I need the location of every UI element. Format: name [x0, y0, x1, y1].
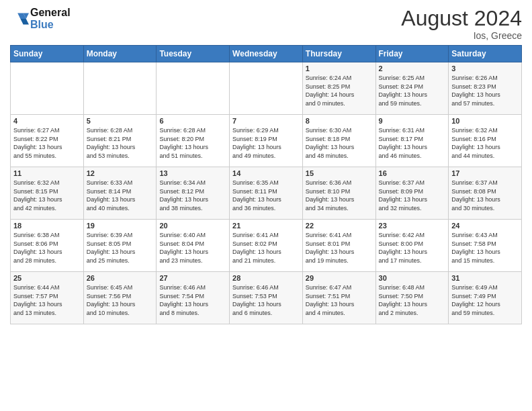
day-number: 5	[87, 117, 154, 125]
logo: General Blue	[10, 7, 71, 30]
day-of-week-header: Tuesday	[157, 46, 230, 62]
day-number: 15	[306, 169, 373, 177]
day-info: Sunrise: 6:29 AM Sunset: 8:19 PM Dayligh…	[232, 126, 300, 160]
day-info: Sunrise: 6:37 AM Sunset: 8:09 PM Dayligh…	[379, 179, 446, 212]
title-block: August 2024 Ios, Greece	[401, 7, 522, 41]
calendar-cell: 21Sunrise: 6:41 AM Sunset: 8:02 PM Dayli…	[230, 220, 303, 272]
calendar-cell: 24Sunrise: 6:43 AM Sunset: 7:58 PM Dayli…	[449, 220, 522, 272]
day-info: Sunrise: 6:38 AM Sunset: 8:06 PM Dayligh…	[13, 231, 81, 265]
calendar-table: SundayMondayTuesdayWednesdayThursdayFrid…	[10, 45, 522, 324]
calendar-cell: 6Sunrise: 6:28 AM Sunset: 8:20 PM Daylig…	[157, 115, 230, 167]
day-number: 8	[306, 117, 373, 125]
day-number: 4	[13, 117, 81, 125]
page-container: General Blue August 2024 Ios, Greece Sun…	[0, 0, 532, 331]
day-number: 7	[232, 117, 300, 125]
day-number: 12	[87, 169, 154, 177]
calendar-cell: 2Sunrise: 6:25 AM Sunset: 8:24 PM Daylig…	[375, 62, 449, 115]
calendar-cell	[11, 62, 84, 115]
day-of-week-header: Friday	[375, 46, 449, 62]
day-number: 16	[379, 169, 446, 177]
day-number: 14	[232, 169, 300, 177]
calendar-cell: 19Sunrise: 6:39 AM Sunset: 8:05 PM Dayli…	[83, 220, 157, 272]
calendar-cell: 26Sunrise: 6:45 AM Sunset: 7:56 PM Dayli…	[83, 272, 157, 324]
day-number: 19	[87, 222, 154, 230]
page-header: General Blue August 2024 Ios, Greece	[10, 7, 522, 41]
calendar-week-row: 18Sunrise: 6:38 AM Sunset: 8:06 PM Dayli…	[11, 220, 522, 272]
day-info: Sunrise: 6:46 AM Sunset: 7:54 PM Dayligh…	[159, 283, 226, 317]
day-of-week-header: Sunday	[11, 46, 84, 62]
day-info: Sunrise: 6:45 AM Sunset: 7:56 PM Dayligh…	[87, 283, 154, 317]
calendar-cell	[83, 62, 157, 115]
calendar-cell: 28Sunrise: 6:46 AM Sunset: 7:53 PM Dayli…	[230, 272, 303, 324]
day-info: Sunrise: 6:25 AM Sunset: 8:24 PM Dayligh…	[379, 74, 446, 107]
day-info: Sunrise: 6:43 AM Sunset: 7:58 PM Dayligh…	[451, 231, 519, 265]
day-number: 21	[232, 222, 300, 230]
day-number: 31	[451, 274, 519, 282]
day-info: Sunrise: 6:46 AM Sunset: 7:53 PM Dayligh…	[232, 283, 300, 317]
day-info: Sunrise: 6:31 AM Sunset: 8:17 PM Dayligh…	[379, 126, 446, 160]
calendar-cell: 17Sunrise: 6:37 AM Sunset: 8:08 PM Dayli…	[449, 167, 522, 220]
calendar-cell: 3Sunrise: 6:26 AM Sunset: 8:23 PM Daylig…	[449, 62, 522, 115]
day-info: Sunrise: 6:41 AM Sunset: 8:02 PM Dayligh…	[232, 231, 300, 265]
calendar-cell: 12Sunrise: 6:33 AM Sunset: 8:14 PM Dayli…	[83, 167, 157, 220]
day-info: Sunrise: 6:39 AM Sunset: 8:05 PM Dayligh…	[87, 231, 154, 265]
day-number: 23	[379, 222, 446, 230]
calendar-cell: 30Sunrise: 6:48 AM Sunset: 7:50 PM Dayli…	[375, 272, 449, 324]
day-info: Sunrise: 6:32 AM Sunset: 8:15 PM Dayligh…	[13, 179, 81, 212]
calendar-cell	[157, 62, 230, 115]
calendar-cell: 15Sunrise: 6:36 AM Sunset: 8:10 PM Dayli…	[302, 167, 375, 220]
calendar-cell: 31Sunrise: 6:49 AM Sunset: 7:49 PM Dayli…	[449, 272, 522, 324]
day-of-week-header: Wednesday	[230, 46, 303, 62]
calendar-cell: 10Sunrise: 6:32 AM Sunset: 8:16 PM Dayli…	[449, 115, 522, 167]
day-number: 22	[306, 222, 373, 230]
day-info: Sunrise: 6:36 AM Sunset: 8:10 PM Dayligh…	[306, 179, 373, 212]
calendar-week-row: 1Sunrise: 6:24 AM Sunset: 8:25 PM Daylig…	[11, 62, 522, 115]
day-number: 9	[379, 117, 446, 125]
calendar-cell: 5Sunrise: 6:28 AM Sunset: 8:21 PM Daylig…	[83, 115, 157, 167]
day-number: 27	[159, 274, 226, 282]
day-of-week-header: Saturday	[449, 46, 522, 62]
day-info: Sunrise: 6:35 AM Sunset: 8:11 PM Dayligh…	[232, 179, 300, 212]
calendar-cell: 20Sunrise: 6:40 AM Sunset: 8:04 PM Dayli…	[157, 220, 230, 272]
day-of-week-header: Monday	[83, 46, 157, 62]
calendar-cell: 25Sunrise: 6:44 AM Sunset: 7:57 PM Dayli…	[11, 272, 84, 324]
day-info: Sunrise: 6:26 AM Sunset: 8:23 PM Dayligh…	[451, 74, 519, 107]
calendar-cell: 14Sunrise: 6:35 AM Sunset: 8:11 PM Dayli…	[230, 167, 303, 220]
calendar-cell: 29Sunrise: 6:47 AM Sunset: 7:51 PM Dayli…	[302, 272, 375, 324]
day-number: 2	[379, 64, 446, 73]
logo-general: General	[30, 7, 71, 18]
day-number: 30	[379, 274, 446, 282]
month-year-title: August 2024	[401, 7, 522, 30]
calendar-week-row: 25Sunrise: 6:44 AM Sunset: 7:57 PM Dayli…	[11, 272, 522, 324]
calendar-cell: 9Sunrise: 6:31 AM Sunset: 8:17 PM Daylig…	[375, 115, 449, 167]
day-info: Sunrise: 6:28 AM Sunset: 8:20 PM Dayligh…	[159, 126, 226, 160]
calendar-cell: 27Sunrise: 6:46 AM Sunset: 7:54 PM Dayli…	[157, 272, 230, 324]
day-number: 11	[13, 169, 81, 177]
day-number: 17	[451, 169, 519, 177]
day-info: Sunrise: 6:42 AM Sunset: 8:00 PM Dayligh…	[379, 231, 446, 265]
calendar-cell: 18Sunrise: 6:38 AM Sunset: 8:06 PM Dayli…	[11, 220, 84, 272]
day-info: Sunrise: 6:40 AM Sunset: 8:04 PM Dayligh…	[159, 231, 226, 265]
calendar-cell: 22Sunrise: 6:41 AM Sunset: 8:01 PM Dayli…	[302, 220, 375, 272]
day-info: Sunrise: 6:37 AM Sunset: 8:08 PM Dayligh…	[451, 179, 519, 212]
calendar-cell	[230, 62, 303, 115]
calendar-cell: 8Sunrise: 6:30 AM Sunset: 8:18 PM Daylig…	[302, 115, 375, 167]
day-info: Sunrise: 6:33 AM Sunset: 8:14 PM Dayligh…	[87, 179, 154, 212]
day-info: Sunrise: 6:34 AM Sunset: 8:12 PM Dayligh…	[159, 179, 226, 212]
day-info: Sunrise: 6:27 AM Sunset: 8:22 PM Dayligh…	[13, 126, 81, 160]
calendar-cell: 16Sunrise: 6:37 AM Sunset: 8:09 PM Dayli…	[375, 167, 449, 220]
day-number: 28	[232, 274, 300, 282]
day-number: 13	[159, 169, 226, 177]
day-info: Sunrise: 6:28 AM Sunset: 8:21 PM Dayligh…	[87, 126, 154, 160]
day-number: 25	[13, 274, 81, 282]
day-number: 1	[306, 64, 373, 73]
calendar-week-row: 11Sunrise: 6:32 AM Sunset: 8:15 PM Dayli…	[11, 167, 522, 220]
calendar-cell: 1Sunrise: 6:24 AM Sunset: 8:25 PM Daylig…	[302, 62, 375, 115]
day-number: 10	[451, 117, 519, 125]
calendar-cell: 7Sunrise: 6:29 AM Sunset: 8:19 PM Daylig…	[230, 115, 303, 167]
logo-icon	[10, 9, 29, 28]
logo-blue: Blue	[30, 19, 54, 30]
day-number: 3	[451, 64, 519, 73]
calendar-cell: 11Sunrise: 6:32 AM Sunset: 8:15 PM Dayli…	[11, 167, 84, 220]
day-info: Sunrise: 6:48 AM Sunset: 7:50 PM Dayligh…	[379, 283, 446, 317]
